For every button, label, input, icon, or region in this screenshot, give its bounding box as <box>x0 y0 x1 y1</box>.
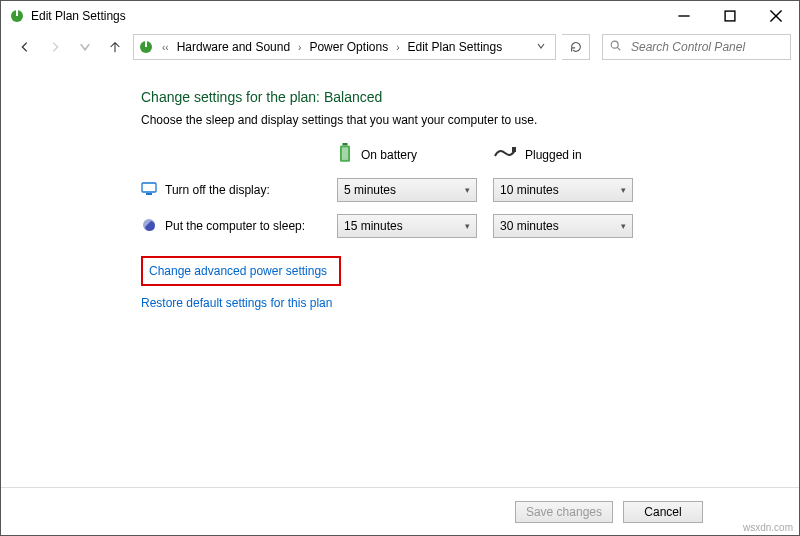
svg-line-9 <box>617 47 620 50</box>
highlight-annotation: Change advanced power settings <box>141 256 341 286</box>
restore-defaults-link[interactable]: Restore default settings for this plan <box>141 296 332 310</box>
svg-rect-14 <box>142 183 156 192</box>
page-heading: Change settings for the plan: Balanced <box>141 89 779 105</box>
turn-off-display-label: Turn off the display: <box>165 183 270 197</box>
on-battery-label: On battery <box>361 148 417 162</box>
maximize-button[interactable] <box>707 1 753 31</box>
column-headers: On battery Plugged in <box>141 143 779 166</box>
svg-point-8 <box>611 41 618 48</box>
save-changes-label: Save changes <box>526 505 602 519</box>
forward-button[interactable] <box>43 35 67 59</box>
chevron-down-icon: ▾ <box>621 185 626 195</box>
battery-icon <box>337 143 353 166</box>
refresh-button[interactable] <box>562 34 590 60</box>
links-area: Change advanced power settings Restore d… <box>141 256 779 310</box>
window-title: Edit Plan Settings <box>31 9 126 23</box>
svg-rect-13 <box>512 147 516 152</box>
display-battery-value: 5 minutes <box>344 183 396 197</box>
svg-rect-3 <box>725 11 735 21</box>
display-battery-dropdown[interactable]: 5 minutes ▾ <box>337 178 477 202</box>
svg-rect-7 <box>145 41 147 47</box>
chevron-right-icon: › <box>296 42 303 53</box>
svg-rect-12 <box>342 147 348 160</box>
sleep-label: Put the computer to sleep: <box>165 219 305 233</box>
address-dropdown-icon[interactable] <box>531 40 551 54</box>
plugged-in-label: Plugged in <box>525 148 582 162</box>
row-sleep: Put the computer to sleep: 15 minutes ▾ … <box>141 214 779 238</box>
titlebar: Edit Plan Settings <box>1 1 799 31</box>
cancel-label: Cancel <box>644 505 681 519</box>
minimize-button[interactable] <box>661 1 707 31</box>
recent-locations-dropdown[interactable] <box>73 35 97 59</box>
plug-icon <box>493 146 517 163</box>
svg-rect-1 <box>16 10 18 16</box>
display-plugged-dropdown[interactable]: 10 minutes ▾ <box>493 178 633 202</box>
breadcrumb-hardware-sound[interactable]: Hardware and Sound <box>173 40 294 54</box>
close-button[interactable] <box>753 1 799 31</box>
chevron-down-icon: ▾ <box>621 221 626 231</box>
content-area: Change settings for the plan: Balanced C… <box>1 73 799 487</box>
sleep-icon <box>141 217 157 236</box>
sleep-battery-dropdown[interactable]: 15 minutes ▾ <box>337 214 477 238</box>
chevron-right-icon: › <box>394 42 401 53</box>
chevron-left-icon[interactable]: ‹‹ <box>160 42 171 53</box>
display-icon <box>141 181 157 200</box>
breadcrumb-power-options[interactable]: Power Options <box>305 40 392 54</box>
watermark: wsxdn.com <box>743 522 793 533</box>
chevron-down-icon: ▾ <box>465 221 470 231</box>
search-box[interactable] <box>602 34 791 60</box>
power-options-icon <box>138 39 154 55</box>
sleep-plugged-dropdown[interactable]: 30 minutes ▾ <box>493 214 633 238</box>
breadcrumb-edit-plan-settings[interactable]: Edit Plan Settings <box>403 40 506 54</box>
advanced-power-settings-link[interactable]: Change advanced power settings <box>149 264 327 278</box>
sleep-battery-value: 15 minutes <box>344 219 403 233</box>
svg-rect-15 <box>146 193 152 195</box>
svg-rect-10 <box>343 143 348 146</box>
display-plugged-value: 10 minutes <box>500 183 559 197</box>
up-button[interactable] <box>103 35 127 59</box>
search-input[interactable] <box>629 39 784 55</box>
chevron-down-icon: ▾ <box>465 185 470 195</box>
power-options-icon <box>9 8 25 24</box>
sleep-plugged-value: 30 minutes <box>500 219 559 233</box>
save-changes-button[interactable]: Save changes <box>515 501 613 523</box>
window: Edit Plan Settings ‹‹ Hardware and Sound… <box>0 0 800 536</box>
bottom-bar: Save changes Cancel <box>1 487 799 535</box>
search-icon <box>609 39 623 56</box>
address-bar[interactable]: ‹‹ Hardware and Sound › Power Options › … <box>133 34 556 60</box>
row-turn-off-display: Turn off the display: 5 minutes ▾ 10 min… <box>141 178 779 202</box>
navbar: ‹‹ Hardware and Sound › Power Options › … <box>1 31 799 67</box>
back-button[interactable] <box>13 35 37 59</box>
cancel-button[interactable]: Cancel <box>623 501 703 523</box>
page-subtext: Choose the sleep and display settings th… <box>141 113 779 127</box>
